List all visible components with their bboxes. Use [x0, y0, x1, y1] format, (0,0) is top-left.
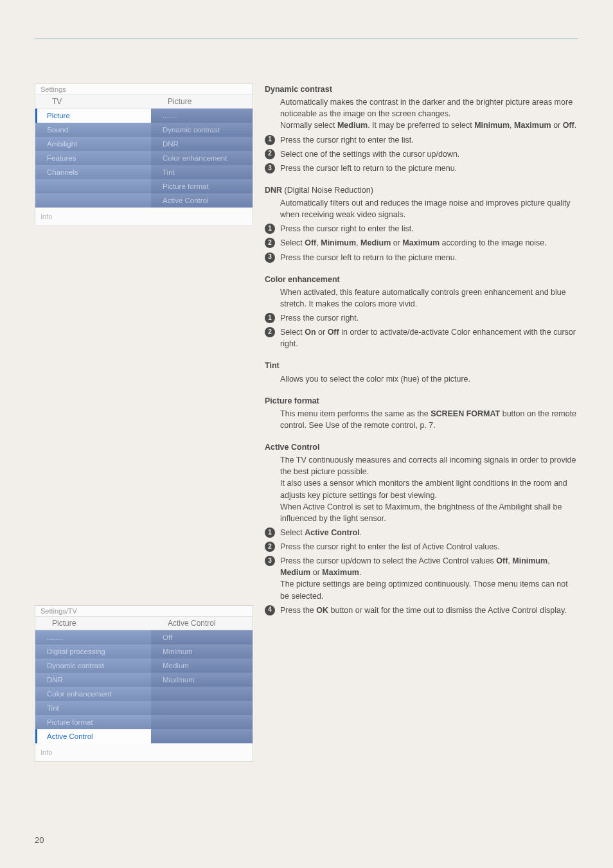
step-number-icon: 3 [265, 163, 275, 173]
step-number-icon: 1 [265, 527, 275, 538]
heading-tint: Tint [265, 360, 578, 371]
step-1: 1Press the cursor right to enter the lis… [265, 134, 578, 146]
panel-title: Settings [35, 84, 253, 94]
heading-dnr: DNR (Digital Noise Reduction) [265, 184, 578, 196]
info-bar: Info [35, 208, 253, 226]
heading-active-control: Active Control [265, 441, 578, 453]
menu-item-picture: Picture [35, 109, 151, 123]
paragraph: This menu item performs the same as the … [280, 408, 578, 431]
heading-dynamic-contrast: Dynamic contrast [265, 84, 578, 95]
right-menu: Off Minimum Medium Maximum [151, 630, 253, 743]
menu-item-active-control: Active Control [35, 729, 151, 743]
paragraph: Automatically filters out and reduces th… [280, 197, 578, 220]
step-number-icon: 3 [265, 252, 275, 263]
menu-item-ambilight: Ambilight [35, 137, 151, 151]
info-bar: Info [35, 743, 253, 761]
menu-item: Dynamic contrast [35, 659, 151, 673]
paragraph: Allows you to select the color mix (hue)… [280, 373, 578, 385]
paragraph: When activated, this feature automatical… [280, 287, 578, 310]
submenu-item: Tint [151, 165, 253, 179]
submenu-item: Minimum [151, 644, 253, 659]
step-1: 1Press the cursor right to enter the lis… [265, 223, 578, 235]
menu-item: Color enhancement [35, 687, 151, 701]
step-number-icon: 2 [265, 327, 275, 337]
step-1: 1Press the cursor right. [265, 312, 578, 324]
menu-item: Digital processing [35, 644, 151, 659]
step-number-icon: 1 [265, 313, 275, 323]
submenu-item: Color enhancement [151, 151, 253, 165]
step-2: 2Select Off, Minimum, Medium or Maximum … [265, 237, 578, 249]
menu-item-features: Features [35, 151, 151, 165]
submenu-item: Picture format [151, 179, 253, 193]
menu-item: Tint [35, 701, 151, 715]
submenu-item: DNR [151, 137, 253, 151]
step-2: 2Select On or Off in order to activate/d… [265, 326, 578, 350]
right-menu: ....... Dynamic contrast DNR Color enhan… [151, 109, 253, 208]
settings-screenshot-2: Settings/TV Picture Active Control .....… [35, 605, 253, 762]
step-1: 1Select Active Control. [265, 527, 578, 538]
step-number-icon: 1 [265, 224, 275, 234]
submenu-item: Active Control [151, 193, 253, 208]
step-number-icon: 1 [265, 135, 275, 145]
menu-item-sound: Sound [35, 123, 151, 137]
menu-item-channels: Channels [35, 165, 151, 179]
left-menu: Picture Sound Ambilight Features Channel… [35, 109, 151, 208]
col-header-left: Picture [35, 616, 151, 630]
submenu-item: Medium [151, 659, 253, 673]
step-4: 4Press the OK button or wait for the tim… [265, 605, 578, 616]
col-header-right: Picture [151, 94, 253, 109]
paragraph: Automatically makes the contrast in the … [280, 96, 578, 131]
panel-title: Settings/TV [35, 606, 253, 616]
heading-picture-format: Picture format [265, 395, 578, 407]
step-2: 2Select one of the settings with the cur… [265, 148, 578, 160]
submenu-item: Off [151, 630, 253, 644]
col-header-left: TV [35, 94, 151, 109]
col-header-right: Active Control [151, 616, 253, 630]
manual-content: Dynamic contrast Automatically makes the… [265, 84, 578, 619]
step-3: 3Press the cursor up/down to select the … [265, 555, 578, 602]
step-3: 3Press the cursor left to return to the … [265, 163, 578, 174]
left-menu: ........ Digital processing Dynamic cont… [35, 630, 151, 743]
step-number-icon: 2 [265, 542, 275, 552]
step-number-icon: 4 [265, 605, 275, 616]
submenu-item: Maximum [151, 673, 253, 687]
menu-item: Picture format [35, 715, 151, 729]
page-number: 20 [35, 835, 44, 845]
step-2: 2Press the cursor right to enter the lis… [265, 541, 578, 553]
step-3: 3Press the cursor left to return to the … [265, 252, 578, 263]
heading-color-enhancement: Color enhancement [265, 274, 578, 285]
step-number-icon: 3 [265, 556, 275, 566]
step-number-icon: 2 [265, 238, 275, 248]
paragraph: The TV continuously measures and correct… [280, 454, 578, 524]
submenu-item: ....... [151, 109, 253, 123]
settings-screenshot-1: Settings TV Picture Picture Sound Ambili… [35, 84, 253, 226]
menu-item: ........ [35, 630, 151, 644]
submenu-item: Dynamic contrast [151, 123, 253, 137]
menu-item: DNR [35, 673, 151, 687]
step-number-icon: 2 [265, 149, 275, 159]
